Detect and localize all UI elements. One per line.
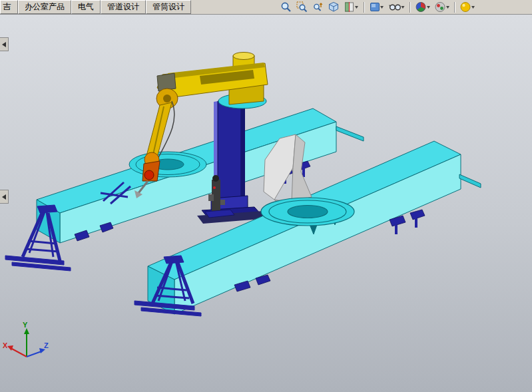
view-orientation-icon[interactable] — [327, 0, 341, 14]
flyout-collapse-mid-button[interactable] — [0, 190, 9, 204]
tab-office-products[interactable]: 办公室产品 — [18, 0, 71, 14]
edit-appearance-icon[interactable] — [414, 0, 431, 14]
toolbar-separator — [454, 2, 455, 13]
chevron-left-icon — [1, 41, 7, 48]
zoom-area-icon[interactable] — [295, 0, 309, 14]
commandmanager-tabs: 吉 办公室产品 电气 管道设计 管筒设计 — [0, 0, 191, 14]
chevron-left-icon — [1, 194, 7, 200]
view-settings-icon[interactable] — [459, 0, 476, 14]
hide-show-items-icon[interactable] — [388, 0, 406, 14]
triad-y-label: Y — [23, 321, 28, 329]
triad-x-label: X — [3, 341, 8, 349]
model-scene[interactable]: X Y Z — [0, 15, 532, 392]
heads-up-view-toolbar — [279, 0, 476, 14]
tab-piping-design[interactable]: 管道设计 — [101, 0, 146, 14]
apply-scene-icon[interactable] — [433, 0, 451, 14]
tab-electrical[interactable]: 电气 — [71, 0, 101, 14]
toolbar-separator — [364, 2, 365, 13]
toolbar-separator — [409, 2, 411, 13]
left-beam-ring[interactable] — [129, 152, 206, 177]
graphics-area[interactable]: X Y Z — [0, 15, 532, 392]
reference-triad[interactable]: X Y Z — [3, 321, 49, 357]
tab-tubing-design[interactable]: 管筒设计 — [146, 0, 191, 14]
zoom-fit-icon[interactable] — [279, 0, 293, 14]
display-style-icon[interactable] — [368, 0, 386, 14]
command-toolbar: 吉 办公室产品 电气 管道设计 管筒设计 — [0, 0, 532, 15]
section-view-icon[interactable] — [343, 0, 360, 14]
zoom-in-out-icon[interactable] — [311, 0, 325, 14]
tab-partial[interactable]: 吉 — [0, 0, 18, 14]
triad-z-label: Z — [44, 341, 49, 349]
right-beam-ring[interactable] — [261, 198, 354, 226]
flyout-collapse-top-button[interactable] — [0, 37, 9, 51]
